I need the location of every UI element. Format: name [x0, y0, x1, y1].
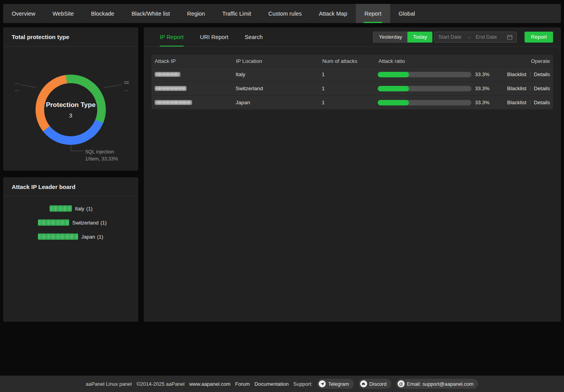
- table-row: Switzerland 1 33.3% Blacklist Details: [152, 81, 553, 95]
- leaderboard-row: Italy(1): [50, 205, 93, 212]
- donut-center: Protection Type 3: [44, 83, 97, 136]
- attack-ratio-label: 33.3%: [475, 71, 489, 77]
- col-operate: Operate: [531, 58, 550, 64]
- attack-ratio-label: 33.3%: [475, 86, 489, 91]
- top-navigation: Overview WebSite Blockade Black/White li…: [3, 4, 561, 23]
- nav-item-blockade[interactable]: Blockade: [82, 4, 123, 23]
- total-protection-title: Total protection type: [3, 27, 138, 46]
- divider: [530, 72, 530, 77]
- details-link[interactable]: Details: [534, 71, 550, 77]
- report-filters: Yesterday Today Start Date → End Date Re…: [373, 32, 553, 43]
- donut-label-bottom: SQL injection 1/Item, 33.33%: [85, 148, 118, 162]
- attack-ratio-bar: [378, 72, 471, 77]
- blurred-attack-ip: [155, 86, 187, 91]
- num-of-attacks: 1: [322, 100, 378, 105]
- nav-item-black-white-list[interactable]: Black/White list: [123, 4, 178, 23]
- date-range-picker[interactable]: Start Date → End Date: [434, 32, 517, 43]
- table-row: Italy 1 33.3% Blacklist Details: [152, 67, 553, 81]
- nav-item-region[interactable]: Region: [178, 4, 214, 23]
- footer-copyright: ©2014-2025 aaPanel: [136, 381, 184, 387]
- calendar-icon: [507, 34, 512, 40]
- nav-item-website[interactable]: WebSite: [44, 4, 82, 23]
- leaderboard-row: Japan(1): [38, 233, 103, 240]
- total-protection-panel: Total protection type Protection Type 3 …: [3, 27, 138, 171]
- today-button[interactable]: Today: [407, 32, 432, 43]
- discord-icon: [360, 380, 367, 387]
- blurred-ip-bar: [38, 219, 69, 226]
- nav-item-overview[interactable]: Overview: [3, 4, 44, 23]
- footer-docs-link[interactable]: Documentation: [255, 381, 289, 387]
- blacklist-link[interactable]: Blacklist: [507, 86, 527, 91]
- report-panel: IP Report URI Report Search Yesterday To…: [144, 27, 561, 322]
- col-attack-ip: Attack IP: [155, 58, 236, 64]
- ip-location: Switzerland: [236, 86, 321, 91]
- donut-center-value: 3: [69, 112, 72, 119]
- nav-item-report[interactable]: Report: [356, 4, 390, 23]
- nav-item-custom-rules[interactable]: Custom rules: [260, 4, 310, 23]
- table-header-row: Attack IP IP Location Num of attacks Att…: [152, 55, 553, 67]
- telegram-icon: [319, 380, 326, 387]
- divider: [530, 100, 530, 105]
- start-date-placeholder[interactable]: Start Date: [438, 34, 461, 40]
- email-icon: @: [398, 380, 405, 387]
- discord-button[interactable]: Discord: [359, 379, 391, 389]
- footer-support-label: Support:: [293, 381, 312, 387]
- leaderboard-title: Attack IP Leader board: [3, 177, 138, 196]
- donut-label-right: cc ...: [124, 79, 129, 93]
- leader-line: [71, 151, 83, 151]
- tab-uri-report[interactable]: URI Report: [200, 27, 228, 46]
- tab-ip-report[interactable]: IP Report: [160, 27, 184, 46]
- blurred-attack-ip: [155, 100, 192, 105]
- nav-item-traffic-limit[interactable]: Traffic Limit: [214, 4, 260, 23]
- details-link[interactable]: Details: [534, 100, 550, 105]
- attack-ratio-label: 33.3%: [475, 100, 489, 105]
- details-link[interactable]: Details: [534, 86, 550, 91]
- ip-location: Japan: [236, 100, 321, 105]
- footer-brand: aaPanel Linux panel: [86, 381, 132, 387]
- blacklist-link[interactable]: Blacklist: [507, 71, 527, 77]
- donut-label-left: ... ...: [15, 79, 19, 93]
- num-of-attacks: 1: [322, 71, 378, 77]
- report-button[interactable]: Report: [525, 32, 553, 43]
- blurred-attack-ip: [155, 72, 180, 77]
- blurred-ip-bar: [38, 233, 78, 240]
- footer-forum-link[interactable]: Forum: [235, 381, 250, 387]
- attack-ratio-fill: [378, 72, 409, 77]
- attack-ip-leaderboard-panel: Attack IP Leader board Italy(1) Switzerl…: [3, 177, 138, 322]
- footer: aaPanel Linux panel ©2014-2025 aaPanel w…: [0, 376, 564, 392]
- end-date-placeholder[interactable]: End Date: [476, 34, 497, 40]
- protection-donut-chart: Protection Type 3: [36, 75, 106, 145]
- leader-line: [104, 84, 121, 88]
- tab-search[interactable]: Search: [245, 27, 263, 46]
- email-button[interactable]: @ Email: support@aapanel.com: [396, 379, 478, 389]
- leaderboard-label: Italy(1): [75, 206, 93, 212]
- attack-ratio-bar: [378, 86, 471, 91]
- col-attack-ratio: Attack ratio: [378, 58, 508, 64]
- num-of-attacks: 1: [322, 86, 378, 91]
- report-panel-header: IP Report URI Report Search Yesterday To…: [144, 27, 561, 47]
- nav-item-global[interactable]: Global: [390, 4, 424, 23]
- arrow-right-icon: →: [466, 34, 471, 40]
- yesterday-button[interactable]: Yesterday: [373, 32, 408, 43]
- attack-ip-table: Attack IP IP Location Num of attacks Att…: [152, 55, 553, 109]
- ip-location: Italy: [236, 71, 321, 77]
- blurred-ip-bar: [50, 205, 72, 212]
- blacklist-link[interactable]: Blacklist: [507, 100, 527, 105]
- leader-line: [71, 144, 71, 151]
- attack-ratio-fill: [378, 100, 409, 105]
- telegram-button[interactable]: Telegram: [317, 379, 353, 389]
- footer-site-link[interactable]: www.aapanel.com: [189, 381, 230, 387]
- divider: [530, 86, 530, 91]
- leaderboard-label: Switzerland(1): [72, 220, 107, 226]
- waf-report-page: Overview WebSite Blockade Black/White li…: [0, 0, 564, 392]
- leader-line: [20, 84, 37, 88]
- col-ip-location: IP Location: [236, 58, 322, 64]
- attack-ratio-fill: [378, 86, 409, 91]
- nav-item-attack-map[interactable]: Attack Map: [310, 4, 356, 23]
- col-num-attacks: Num of attacks: [322, 58, 378, 64]
- attack-ratio-bar: [378, 100, 471, 105]
- table-row: Japan 1 33.3% Blacklist Details: [152, 95, 553, 109]
- donut-center-title: Protection Type: [46, 101, 95, 109]
- leaderboard-row: Switzerland(1): [38, 219, 107, 226]
- leaderboard-label: Japan(1): [81, 234, 103, 240]
